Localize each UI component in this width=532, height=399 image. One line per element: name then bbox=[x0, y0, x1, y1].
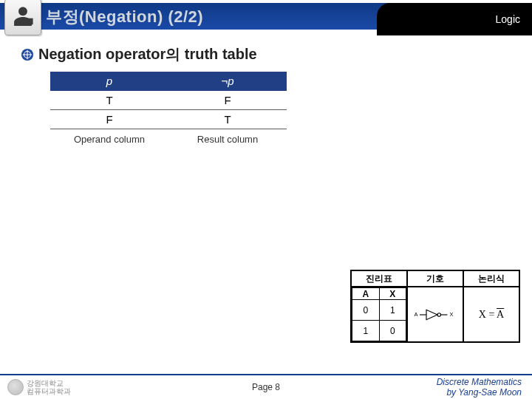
truth-th-notp: ¬p bbox=[168, 72, 287, 91]
figure-th: 논리식 bbox=[463, 270, 519, 287]
inner-th: A bbox=[352, 288, 380, 300]
bullet-icon bbox=[21, 48, 34, 61]
truth-cell: F bbox=[168, 91, 287, 110]
footer-inst-line1: 강원대학교 bbox=[27, 379, 71, 387]
topic-badge-text: Logic bbox=[496, 13, 520, 25]
inner-th: X bbox=[379, 288, 406, 300]
truth-th-p: p bbox=[50, 72, 168, 91]
slide-logo bbox=[4, 0, 41, 35]
truth-table: p ¬p T F F T Operand column Result colum… bbox=[50, 72, 287, 148]
slide-title: 부정(Negation) (2/2) bbox=[46, 6, 203, 28]
inner-cell: 0 bbox=[379, 321, 406, 341]
figure-truth-cell: A X 0 1 1 0 bbox=[351, 287, 407, 342]
table-row: F T bbox=[50, 110, 287, 129]
footer: 강원대학교 컴퓨터과학과 Page 8 Discrete Mathematics… bbox=[0, 374, 532, 399]
figure-symbol-cell: A X bbox=[407, 287, 463, 342]
svg-rect-0 bbox=[24, 18, 33, 25]
gate-in-label: A bbox=[415, 311, 418, 318]
figure-th: 진리표 bbox=[351, 270, 407, 287]
svg-marker-6 bbox=[426, 310, 437, 320]
content-area: Negation operator의 truth table p ¬p T F … bbox=[0, 34, 532, 148]
topic-badge: Logic bbox=[377, 3, 532, 35]
not-gate-icon: A X bbox=[413, 306, 457, 324]
figure-th: 기호 bbox=[407, 270, 463, 287]
truth-cell: T bbox=[168, 110, 287, 129]
page-number: Page 8 bbox=[252, 382, 280, 392]
result-column-label: Result column bbox=[168, 129, 287, 149]
section-heading-text: Negation operator의 truth table bbox=[38, 44, 257, 64]
footer-inst-line2: 컴퓨터과학과 bbox=[27, 387, 71, 395]
footer-credit-line2: by Yang-Sae Moon bbox=[437, 387, 522, 398]
footer-credit-line1: Discrete Mathematics bbox=[437, 377, 522, 387]
expr-eq: = bbox=[488, 309, 494, 320]
operand-column-label: Operand column bbox=[50, 129, 168, 149]
inner-cell: 1 bbox=[379, 300, 406, 321]
table-labels-row: Operand column Result column bbox=[50, 129, 287, 149]
title-bar: 부정(Negation) (2/2) Logic bbox=[0, 0, 532, 34]
inner-cell: 0 bbox=[352, 300, 380, 321]
footer-institution: 강원대학교 컴퓨터과학과 bbox=[27, 379, 71, 395]
expr-lhs: X bbox=[479, 309, 486, 320]
truth-cell: T bbox=[50, 91, 168, 110]
table-row: T F bbox=[50, 91, 287, 110]
section-heading: Negation operator의 truth table bbox=[21, 44, 519, 64]
figure-expr-cell: X = A bbox=[463, 287, 519, 342]
footer-logo-icon bbox=[7, 379, 24, 395]
truth-cell: F bbox=[50, 110, 168, 129]
inner-cell: 1 bbox=[352, 321, 380, 341]
gate-out-label: X bbox=[450, 311, 454, 318]
expr-rhs: A bbox=[497, 309, 504, 320]
footer-credit: Discrete Mathematics by Yang-Sae Moon bbox=[437, 377, 522, 398]
person-icon bbox=[10, 4, 35, 30]
gate-figure: 진리표 기호 논리식 A X 0 1 1 0 bbox=[350, 270, 520, 343]
